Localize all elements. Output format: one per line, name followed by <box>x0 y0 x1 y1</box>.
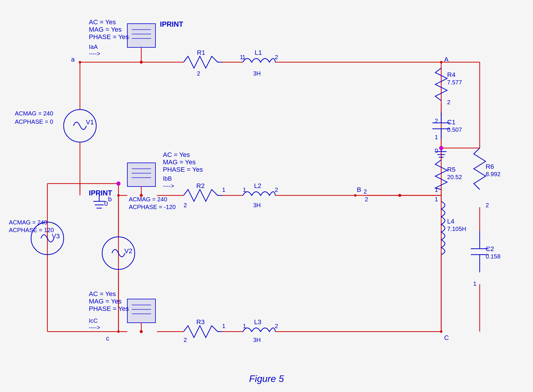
c2-label: C2 <box>486 245 494 253</box>
r5-node-bot: 1 <box>435 187 438 193</box>
r3-node-right: 1 <box>222 323 225 329</box>
r1-label: R1 <box>197 49 205 56</box>
iprint-a-arrow: ----> <box>89 50 100 57</box>
c2-node-bot: 1 <box>473 280 476 287</box>
iprint-b-phase: PHASE = Yes <box>163 166 203 173</box>
iprint-a-current: IaA <box>89 44 98 50</box>
v1-acphase: ACPHASE = 0 <box>15 118 53 125</box>
v2-label: V2 <box>124 247 132 255</box>
r5-label: R5 <box>447 166 455 173</box>
l3-node-left: 1 <box>243 323 246 329</box>
iprint-a-phase: PHASE = Yes <box>89 33 129 41</box>
iprint-a-mag: MAG = Yes <box>89 26 122 33</box>
l3-label: L3 <box>254 318 261 326</box>
figure-title: Figure 5 <box>249 373 284 384</box>
r6-label: R6 <box>486 163 494 170</box>
c1-value: 0.507 <box>447 126 462 133</box>
c1-node-bot: 1 <box>435 134 438 140</box>
iprint-a-label: IPRINT <box>160 20 183 28</box>
l4-node-top: 1 <box>435 196 438 203</box>
l2-node-left: 1 <box>243 187 246 193</box>
v2-acphase: ACPHASE = -120 <box>129 204 176 210</box>
l3-value: 3H <box>253 337 261 343</box>
r1-node-left: 2 <box>197 70 200 77</box>
l4-label: L4 <box>447 218 454 225</box>
v1-acmag: ACMAG = 240 <box>15 110 53 117</box>
node-a-label: a <box>71 56 75 63</box>
c1-node-top: 2 <box>435 118 438 124</box>
b-node-num: 2 <box>364 188 367 195</box>
svg-rect-66 <box>127 163 155 187</box>
r4-label: R4 <box>447 71 455 78</box>
l2-value: 3H <box>253 202 261 208</box>
iprint-b-mag: MAG = Yes <box>163 158 196 166</box>
svg-point-77 <box>140 330 143 333</box>
node-b-label: b <box>108 195 112 203</box>
l1-value: 3H <box>253 70 261 77</box>
iprint-c-phase: PHASE = Yes <box>89 305 129 312</box>
c2-value: 0.158 <box>486 253 500 260</box>
svg-point-79 <box>439 146 443 150</box>
node-B-label: B <box>357 186 361 193</box>
v3-label: V3 <box>52 232 60 240</box>
iprint-c-arrow: ----> <box>89 324 100 331</box>
l1-node-right: 2 <box>275 54 278 60</box>
iprint-c-ac: AC = Yes <box>89 290 116 298</box>
r3-label: R3 <box>196 318 205 326</box>
v3-acmag: ACMAG = 240 <box>9 219 47 226</box>
iprint-b-arrow: ----> <box>163 183 174 189</box>
svg-rect-72 <box>127 299 155 323</box>
svg-point-85 <box>440 330 442 333</box>
v3-acphase: ACPHASE = 120 <box>9 227 54 233</box>
c1-label: C1 <box>447 118 455 126</box>
r5-node-top: 0 <box>435 147 438 154</box>
svg-point-82 <box>117 330 120 333</box>
svg-point-65 <box>140 61 143 64</box>
l4-value: 7.105H <box>447 226 466 232</box>
svg-point-88 <box>398 194 401 197</box>
node-A-label: A <box>444 56 449 63</box>
iprint-c-current: IcC <box>89 317 98 324</box>
l4-node-bot: 2 <box>365 196 368 203</box>
node-c-label: c <box>106 335 109 342</box>
svg-point-78 <box>116 181 121 186</box>
r6-node-bot: 2 <box>486 202 489 208</box>
svg-point-80 <box>79 61 81 63</box>
svg-point-81 <box>117 194 120 197</box>
l2-node-right: 2 <box>275 187 278 193</box>
node-C-label: C <box>444 334 449 341</box>
ground-label-1: 0 <box>104 200 108 207</box>
v1-label: V1 <box>86 118 94 126</box>
r3-node-left: 2 <box>184 337 187 343</box>
l1-node-left: 1 <box>242 54 245 60</box>
r2-node-left: 2 <box>184 202 187 208</box>
svg-rect-60 <box>127 24 155 47</box>
circuit-diagram: AC = Yes MAG = Yes PHASE = Yes IPRINT Ia… <box>0 0 533 392</box>
iprint-b-current: IbB <box>163 175 172 182</box>
l1-label: L1 <box>255 49 262 56</box>
l3-node-right: 2 <box>275 323 278 329</box>
iprint-c-mag: MAG = Yes <box>89 298 122 305</box>
iprint-b-ac: AC = Yes <box>163 151 190 158</box>
r2-label: R2 <box>196 182 205 189</box>
iprint-a-ac: AC = Yes <box>89 18 116 26</box>
r4-node-bot: 2 <box>447 99 450 105</box>
v2-acmag: ACMAG = 240 <box>129 196 167 203</box>
r5-value: 20.52 <box>447 174 462 180</box>
r4-value: 7.577 <box>447 79 462 86</box>
r6-value: 8.992 <box>486 171 500 177</box>
l2-label: L2 <box>254 182 261 189</box>
r2-node-right: 1 <box>222 187 225 193</box>
svg-point-84 <box>440 61 442 63</box>
